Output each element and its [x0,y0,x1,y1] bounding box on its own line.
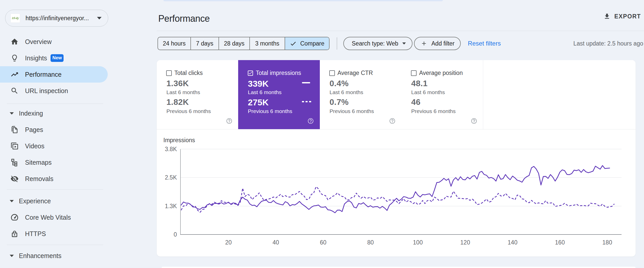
svg-text:80: 80 [367,239,374,246]
svg-text:100: 100 [413,239,423,246]
svg-text:180: 180 [602,239,612,246]
svg-text:3.8K: 3.8K [165,146,177,152]
svg-text:140: 140 [508,239,517,246]
svg-text:1.3K: 1.3K [165,203,177,209]
svg-text:Impressions: Impressions [163,137,195,143]
svg-text:2.5K: 2.5K [165,174,177,181]
svg-text:0: 0 [174,231,177,238]
svg-text:60: 60 [320,239,326,246]
svg-text:160: 160 [555,239,565,246]
svg-text:120: 120 [460,239,470,246]
svg-text:40: 40 [273,239,279,246]
svg-text:20: 20 [225,239,232,246]
